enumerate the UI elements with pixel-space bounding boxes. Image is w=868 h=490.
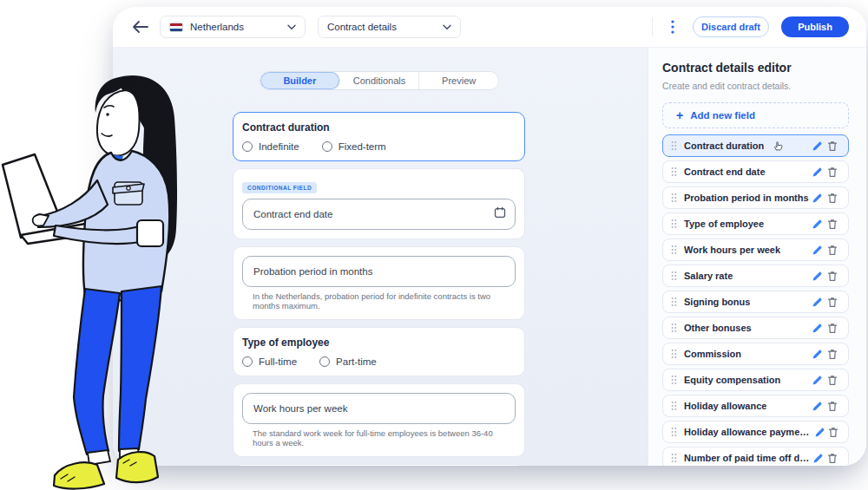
edit-field-button[interactable] — [809, 320, 825, 336]
trash-icon — [827, 297, 838, 308]
drag-handle-icon[interactable] — [671, 167, 677, 177]
delete-field-button[interactable] — [825, 294, 840, 310]
field-item-equity[interactable]: Equity compensation — [662, 369, 849, 391]
edit-field-button[interactable] — [809, 372, 825, 388]
field-item-label: Contract duration — [684, 140, 764, 151]
tab-preview[interactable]: Preview — [419, 72, 498, 89]
edit-field-button[interactable] — [809, 242, 825, 258]
delete-field-button[interactable] — [825, 398, 840, 414]
delete-field-button[interactable] — [826, 424, 840, 440]
probation-input[interactable] — [242, 256, 516, 287]
edit-field-button[interactable] — [810, 450, 825, 466]
radio-indefinite[interactable]: Indefinite — [242, 141, 299, 152]
field-item-holiday-frequency[interactable]: Holiday allowance payment fre... — [662, 421, 849, 443]
delete-field-button[interactable] — [825, 346, 840, 362]
delete-field-button[interactable] — [825, 450, 840, 466]
tab-builder[interactable]: Builder — [260, 72, 340, 89]
contract-duration-title: Contract duration — [242, 121, 516, 134]
salary-rate-card[interactable]: Salary rate — [233, 464, 525, 466]
add-new-field-button[interactable]: + Add new field — [662, 102, 849, 128]
field-item-commission[interactable]: Commission — [662, 343, 849, 365]
drag-handle-icon[interactable] — [671, 349, 677, 359]
pencil-icon — [812, 297, 823, 308]
tab-conditionals[interactable]: Conditionals — [340, 72, 420, 89]
work-hours-input[interactable] — [242, 393, 516, 424]
publish-button[interactable]: Publish — [781, 16, 849, 37]
field-item-signing-bonus[interactable]: Signing bonus — [662, 291, 849, 313]
sidebar-title: Contract details editor — [662, 61, 849, 75]
drag-handle-icon[interactable] — [671, 401, 677, 411]
field-item-probation[interactable]: Probation period in months — [662, 186, 849, 209]
trash-icon — [827, 375, 838, 386]
delete-field-button[interactable] — [825, 138, 840, 154]
drag-handle-icon[interactable] — [671, 323, 677, 333]
work-hours-card[interactable]: The standard work week for full-time emp… — [233, 383, 525, 457]
field-item-pto-days[interactable]: Number of paid time off days — [662, 447, 849, 466]
radio-fixed-term[interactable]: Fixed-term — [322, 141, 386, 152]
field-item-salary-rate[interactable]: Salary rate — [662, 265, 849, 287]
radio-full-time[interactable]: Full-time — [242, 356, 297, 367]
edit-field-button[interactable] — [809, 216, 825, 232]
field-item-label: Probation period in months — [684, 193, 809, 203]
drag-handle-icon[interactable] — [671, 375, 677, 385]
field-item-contract-duration[interactable]: Contract duration — [662, 134, 849, 157]
delete-field-button[interactable] — [825, 164, 840, 180]
employee-type-card[interactable]: Type of employee Full-time Part-time — [233, 327, 525, 376]
edit-field-button[interactable] — [809, 190, 825, 206]
pencil-icon — [812, 401, 823, 412]
drag-handle-icon[interactable] — [671, 427, 677, 437]
delete-field-button[interactable] — [825, 268, 840, 284]
edit-field-button[interactable] — [809, 398, 825, 414]
field-item-other-bonuses[interactable]: Other bonuses — [662, 317, 849, 339]
drag-handle-icon[interactable] — [671, 193, 677, 203]
delete-field-button[interactable] — [825, 372, 840, 388]
contract-duration-card[interactable]: Contract duration Indefinite Fixed-term — [233, 112, 525, 161]
delete-field-button[interactable] — [825, 190, 840, 206]
discard-draft-button[interactable]: Discard draft — [693, 16, 769, 37]
trash-icon — [827, 140, 838, 152]
radio-full-time-label: Full-time — [259, 356, 297, 367]
edit-field-button[interactable] — [812, 424, 826, 440]
calendar-icon — [494, 206, 506, 219]
radio-part-time[interactable]: Part-time — [319, 356, 377, 367]
builder-tabs: Builder Conditionals Preview — [260, 71, 499, 90]
delete-field-button[interactable] — [825, 216, 840, 232]
probation-help-text: In the Netherlands, probation period for… — [253, 291, 516, 310]
delete-field-button[interactable] — [825, 320, 840, 336]
field-item-employee-type[interactable]: Type of employee — [662, 212, 849, 235]
edit-field-button[interactable] — [809, 346, 825, 362]
radio-circle-icon — [319, 356, 330, 367]
radio-circle-icon — [242, 141, 253, 152]
edit-field-button[interactable] — [809, 294, 825, 310]
edit-field-button[interactable] — [809, 268, 825, 284]
probation-card[interactable]: In the Netherlands, probation period for… — [233, 246, 525, 320]
field-item-contract-end-date[interactable]: Contract end date — [662, 160, 849, 183]
edit-field-button[interactable] — [809, 164, 825, 180]
field-item-holiday-allowance[interactable]: Holiday allowance — [662, 395, 849, 417]
edit-field-button[interactable] — [809, 138, 825, 154]
topbar: Netherlands Contract details — [113, 7, 866, 48]
drag-handle-icon[interactable] — [671, 297, 677, 307]
radio-circle-icon — [242, 356, 253, 367]
person-illustration — [0, 68, 204, 490]
field-item-work-hours[interactable]: Work hours per week — [662, 238, 849, 261]
contract-details-editor-panel: Contract details editor Create and edit … — [648, 48, 866, 466]
contract-end-date-input[interactable] — [242, 199, 516, 230]
section-select[interactable]: Contract details — [318, 16, 461, 38]
drag-handle-icon[interactable] — [671, 271, 677, 281]
more-options-button[interactable] — [665, 17, 681, 36]
drag-handle-icon[interactable] — [671, 245, 677, 255]
field-item-label: Work hours per week — [684, 245, 780, 255]
back-button[interactable] — [128, 16, 151, 38]
contract-end-date-card[interactable]: CONDITIONAL FIELD — [233, 168, 525, 239]
field-item-label: Type of employee — [684, 219, 764, 229]
trash-icon — [827, 167, 838, 178]
chevron-down-icon — [287, 24, 296, 30]
drag-handle-icon[interactable] — [671, 453, 677, 463]
drag-handle-icon[interactable] — [671, 140, 677, 151]
country-select[interactable]: Netherlands — [160, 16, 306, 38]
trash-icon — [827, 245, 838, 256]
drag-handle-icon[interactable] — [671, 219, 677, 229]
delete-field-button[interactable] — [825, 242, 840, 258]
radio-fixed-term-label: Fixed-term — [339, 141, 386, 152]
